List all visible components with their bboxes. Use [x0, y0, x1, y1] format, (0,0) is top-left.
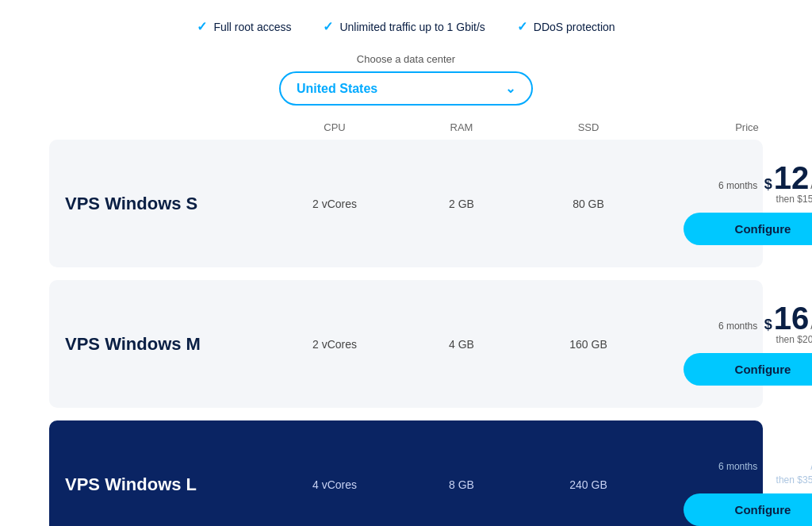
- feature-root-access-label: Full root access: [213, 21, 291, 33]
- plan-s-ssd: 80 GB: [525, 198, 652, 210]
- plan-s-configure-button[interactable]: Configure: [684, 213, 812, 245]
- plan-s-billing-period: 6 months: [718, 180, 757, 191]
- plan-m-cpu: 2 vCores: [271, 338, 398, 351]
- check-icon: ✓: [197, 19, 207, 34]
- plan-m-price-amount: 16: [774, 302, 810, 334]
- header-ram: RAM: [398, 121, 525, 133]
- plan-m-billing-period: 6 months: [718, 321, 757, 332]
- plan-m-dollar-sign: $: [764, 317, 772, 333]
- feature-ddos-label: DDoS protection: [534, 21, 615, 33]
- plan-l-price-block: 6 months $ 30 /month then $35/month Conf…: [652, 443, 812, 526]
- datacenter-label: Choose a data center: [357, 53, 455, 65]
- plan-l-cpu: 4 vCores: [271, 478, 398, 491]
- plan-m-ssd: 160 GB: [525, 338, 652, 351]
- feature-root-access: ✓ Full root access: [197, 19, 291, 34]
- plan-l-ram: 8 GB: [398, 478, 525, 491]
- plan-m-ram: 4 GB: [398, 338, 525, 351]
- plan-m-price-block: 6 months $ 16 /month then $20/month Conf…: [652, 302, 812, 386]
- plan-m-price-top: 6 months $ 16 /month: [718, 302, 812, 334]
- features-bar: ✓ Full root access ✓ Unlimited traffic u…: [197, 19, 615, 34]
- check-icon-3: ✓: [517, 19, 527, 34]
- plan-s-dollar-sign: $: [764, 176, 772, 193]
- plan-m-price-then: then $20/month: [776, 334, 812, 345]
- datacenter-section: Choose a data center United States ⌄: [279, 53, 533, 106]
- feature-ddos-protection: ✓ DDoS protection: [517, 19, 615, 34]
- plans-container: VPS Windows S 2 vCores 2 GB 80 GB 6 mont…: [49, 140, 763, 526]
- plan-card-vps-windows-s: VPS Windows S 2 vCores 2 GB 80 GB 6 mont…: [49, 140, 763, 267]
- plan-l-configure-button[interactable]: Configure: [684, 493, 812, 526]
- check-icon-2: ✓: [323, 19, 333, 34]
- feature-unlimited-traffic-label: Unlimited traffic up to 1 Gbit/s: [339, 21, 485, 33]
- datacenter-dropdown[interactable]: United States ⌄: [279, 71, 533, 106]
- chevron-down-icon: ⌄: [505, 81, 515, 96]
- header-price: Price: [652, 121, 812, 133]
- plan-m-configure-button[interactable]: Configure: [684, 353, 812, 386]
- plan-l-price-then: then $35/month: [776, 474, 812, 486]
- feature-unlimited-traffic: ✓ Unlimited traffic up to 1 Gbit/s: [323, 19, 485, 34]
- plan-card-vps-windows-l: VPS Windows L 4 vCores 8 GB 240 GB 6 mon…: [49, 420, 763, 526]
- plan-s-price-amount: 12: [774, 162, 810, 194]
- plan-s-price-then: then $15/month: [776, 194, 812, 205]
- plan-card-vps-windows-m: VPS Windows M 2 vCores 4 GB 160 GB 6 mon…: [49, 280, 763, 408]
- plan-s-ram: 2 GB: [398, 198, 525, 210]
- datacenter-selected-value: United States: [297, 82, 377, 96]
- header-name: [65, 121, 271, 133]
- plan-s-cpu: 2 vCores: [271, 198, 398, 210]
- plan-m-name: VPS Windows M: [65, 334, 271, 355]
- plan-l-price-amount: 30: [774, 443, 810, 474]
- plan-s-price-top: 6 months $ 12 /month: [718, 162, 812, 194]
- header-cpu: CPU: [271, 121, 398, 133]
- header-ssd: SSD: [525, 121, 652, 133]
- plan-s-price-block: 6 months $ 12 /month then $15/month Conf…: [652, 162, 812, 245]
- table-header: CPU RAM SSD Price: [49, 121, 763, 133]
- plan-l-billing-period: 6 months: [718, 461, 757, 472]
- plan-l-name: VPS Windows L: [65, 474, 271, 495]
- plan-l-price-top: 6 months $ 30 /month: [718, 443, 812, 474]
- plan-l-ssd: 240 GB: [525, 478, 652, 491]
- plan-l-dollar-sign: $: [764, 457, 772, 474]
- plan-s-name: VPS Windows S: [65, 194, 271, 214]
